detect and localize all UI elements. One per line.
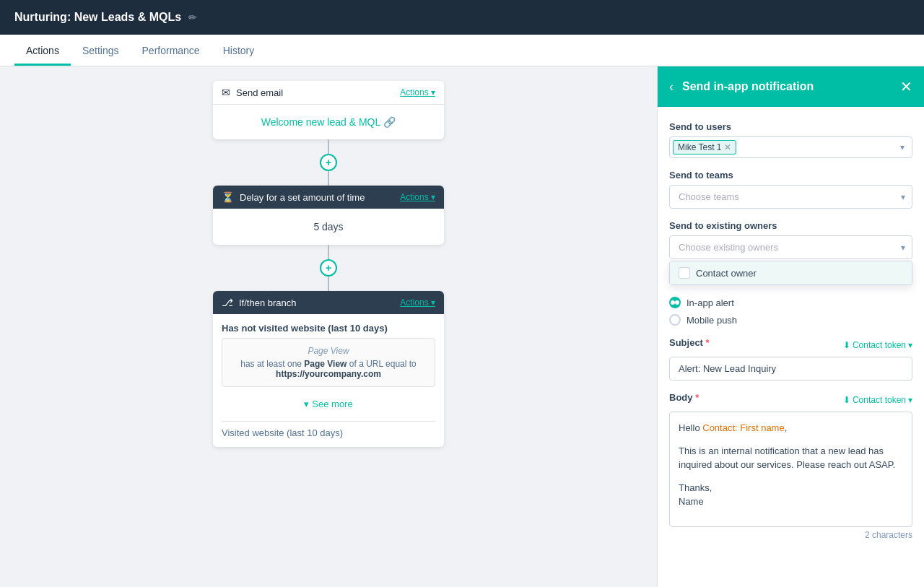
- branch-icon: ⎇: [222, 297, 233, 308]
- send-email-node: ✉ Send email Actions ▾ Welcome new lead …: [213, 81, 444, 139]
- contact-owner-checkbox[interactable]: [679, 267, 690, 279]
- filter-description: has at least one Page View of a URL equa…: [230, 359, 427, 379]
- visited-section: Visited website (last 10 days): [222, 421, 435, 438]
- send-to-teams-section: Send to teams Choose teams ▾: [669, 170, 912, 209]
- filter-title: Page View: [230, 346, 427, 356]
- see-more-btn[interactable]: ▾ See more: [222, 393, 435, 415]
- canvas: ✉ Send email Actions ▾ Welcome new lead …: [0, 66, 657, 587]
- top-bar: Nurturing: New Leads & MQLs ✏: [0, 0, 924, 35]
- branch-connector: ⎇ If/then branch Actions ▾ Has not visit…: [134, 291, 523, 447]
- body-contact-token[interactable]: ⬇ Contact token ▾: [843, 395, 912, 405]
- subject-field-row: Subject * ⬇ Contact token ▾: [669, 337, 912, 352]
- body-contact-token-icon: ⬇: [843, 395, 850, 405]
- delay-label: Delay for a set amount of time: [240, 192, 365, 203]
- notification-type-group: In-app alert Mobile push: [669, 297, 912, 326]
- connector-line: [328, 245, 329, 259]
- subject-contact-token[interactable]: ⬇ Contact token ▾: [843, 340, 912, 350]
- connector-line: [328, 139, 329, 154]
- tab-performance[interactable]: Performance: [131, 36, 212, 65]
- teams-select-container: Choose teams ▾: [669, 185, 912, 209]
- owners-select[interactable]: Choose existing owners: [669, 235, 912, 259]
- send-email-label: Send email: [236, 87, 283, 98]
- body-line4: Name: [679, 495, 903, 509]
- connector-line: [328, 171, 329, 186]
- email-template-link[interactable]: Welcome new lead & MQL 🔗: [225, 116, 432, 128]
- send-to-owners-label: Send to existing owners: [669, 220, 912, 231]
- delay-connector: ⏳ Delay for a set amount of time Actions…: [134, 186, 523, 291]
- send-to-owners-section: Send to existing owners Choose existing …: [669, 220, 912, 285]
- branch-header: ⎇ If/then branch Actions ▾: [213, 291, 444, 314]
- send-email-body: Welcome new lead & MQL 🔗: [213, 105, 444, 139]
- chevron-down-icon: ▾: [304, 399, 309, 409]
- send-to-users-section: Send to users Mike Test 1 ✕ ▾: [669, 121, 912, 158]
- panel-title: Send in-app notification: [682, 80, 900, 93]
- in-app-label: In-app alert: [687, 297, 734, 308]
- panel-back-btn[interactable]: ‹: [669, 79, 674, 95]
- body-hello: Hello Contact: First name,: [679, 421, 903, 435]
- send-email-header: ✉ Send email Actions ▾: [213, 81, 444, 105]
- branch-body: Has not visited website (last 10 days) P…: [213, 314, 444, 447]
- delay-value: 5 days: [313, 221, 343, 232]
- panel-close-btn[interactable]: ✕: [900, 78, 912, 95]
- mobile-radio[interactable]: [669, 314, 681, 326]
- contact-first-name-token: Contact: First name: [702, 422, 784, 433]
- owners-dropdown: Contact owner: [669, 261, 912, 285]
- send-to-users-label: Send to users: [669, 121, 912, 132]
- in-app-alert-option[interactable]: In-app alert: [669, 297, 912, 308]
- send-to-users-input[interactable]: Mike Test 1 ✕ ▾: [669, 136, 912, 158]
- subject-section: Subject * ⬇ Contact token ▾: [669, 337, 912, 381]
- branch-section-1: Has not visited website (last 10 days) P…: [222, 323, 435, 387]
- workflow: ✉ Send email Actions ▾ Welcome new lead …: [134, 81, 523, 447]
- teams-select[interactable]: Choose teams: [669, 185, 912, 209]
- external-link-icon: 🔗: [383, 116, 396, 128]
- body-required: *: [695, 392, 699, 403]
- panel-body: Send to users Mike Test 1 ✕ ▾ Send to te…: [658, 107, 924, 587]
- panel-header: ‹ Send in-app notification ✕: [658, 66, 924, 107]
- body-label: Body *: [669, 392, 699, 403]
- tab-history[interactable]: History: [212, 36, 266, 65]
- subject-input[interactable]: [669, 357, 912, 381]
- send-email-connector: ✉ Send email Actions ▾ Welcome new lead …: [134, 81, 523, 186]
- body-field-row: Body * ⬇ Contact token ▾: [669, 392, 912, 407]
- branch-actions[interactable]: Actions ▾: [400, 297, 435, 308]
- add-node-btn[interactable]: +: [320, 259, 337, 277]
- mobile-push-label: Mobile push: [687, 315, 737, 326]
- body-line2: This is an internal notification that a …: [679, 444, 903, 472]
- connector-line: [328, 277, 329, 291]
- delay-node: ⏳ Delay for a set amount of time Actions…: [213, 186, 444, 245]
- main-layout: ✉ Send email Actions ▾ Welcome new lead …: [0, 66, 924, 587]
- send-to-teams-label: Send to teams: [669, 170, 912, 181]
- tab-actions[interactable]: Actions: [14, 36, 71, 65]
- chevron-down-icon: ▾: [908, 395, 912, 405]
- add-node-btn[interactable]: +: [320, 154, 337, 171]
- in-app-radio[interactable]: [669, 297, 681, 308]
- branch-section-1-title: Has not visited website (last 10 days): [222, 323, 435, 334]
- body-line3: Thanks,: [679, 481, 903, 495]
- owners-select-container: Choose existing owners ▾: [669, 235, 912, 259]
- tab-settings[interactable]: Settings: [71, 36, 131, 65]
- edit-icon[interactable]: ✏: [188, 12, 197, 23]
- right-panel: ‹ Send in-app notification ✕ Send to use…: [657, 66, 924, 587]
- contact-token-icon: ⬇: [843, 340, 850, 350]
- send-email-actions[interactable]: Actions ▾: [400, 87, 435, 97]
- delay-header: ⏳ Delay for a set amount of time Actions…: [213, 186, 444, 209]
- branch-filter: Page View has at least one Page View of …: [222, 338, 435, 387]
- body-textarea[interactable]: Hello Contact: First name, This is an in…: [669, 412, 912, 527]
- dropdown-arrow-icon: ▾: [900, 142, 905, 152]
- contact-owner-label: Contact owner: [696, 268, 757, 279]
- email-icon: ✉: [222, 87, 230, 98]
- delay-body: 5 days: [213, 209, 444, 245]
- contact-owner-option[interactable]: Contact owner: [670, 261, 912, 284]
- page-title: Nurturing: New Leads & MQLs: [14, 11, 181, 24]
- chevron-down-icon: ▾: [908, 340, 912, 350]
- delay-icon: ⏳: [222, 191, 234, 203]
- mobile-push-option[interactable]: Mobile push: [669, 314, 912, 326]
- subject-label: Subject *: [669, 337, 710, 348]
- user-tag: Mike Test 1 ✕: [673, 140, 736, 155]
- delay-actions[interactable]: Actions ▾: [400, 192, 435, 202]
- body-section: Body * ⬇ Contact token ▾ Hello Contact: …: [669, 392, 912, 540]
- teams-placeholder: Choose teams: [679, 191, 739, 202]
- tag-remove-btn[interactable]: ✕: [724, 142, 731, 152]
- char-count: 2 characters: [669, 530, 912, 540]
- branch-node: ⎇ If/then branch Actions ▾ Has not visit…: [213, 291, 444, 447]
